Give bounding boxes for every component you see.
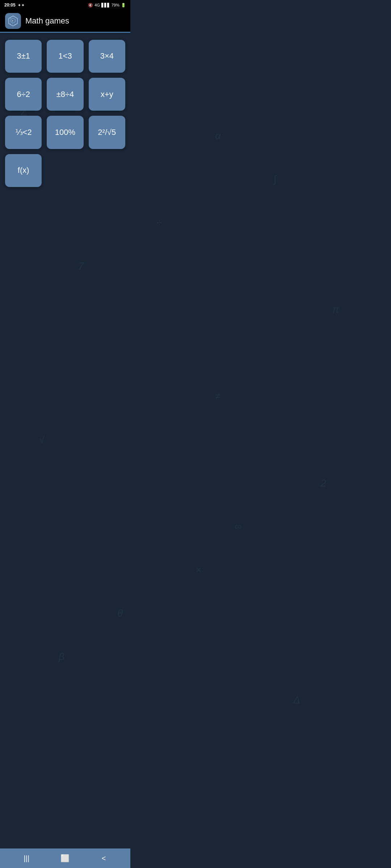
- game-card-multiplication[interactable]: 3×4: [89, 40, 125, 73]
- game-card-label-addition-subtraction: 3±1: [17, 51, 30, 61]
- game-card-label-mixed-division: ±8÷4: [56, 90, 74, 99]
- game-card-fraction-comparison[interactable]: ⅓<2: [5, 116, 42, 149]
- game-card-label-multiplication: 3×4: [100, 51, 114, 61]
- battery-level: 79%: [112, 3, 119, 7]
- svg-text:5: 5: [12, 23, 13, 25]
- status-time: 20:05 ✦ ✦: [4, 3, 24, 8]
- mute-icon: 🔇: [88, 3, 93, 8]
- main-content: 3±11<33×46÷2±8÷4x+y⅓<2100%2²/√5 f(x): [0, 33, 130, 194]
- game-card-label-comparison: 1<3: [58, 51, 72, 61]
- svg-text:7: 7: [12, 20, 13, 22]
- nav-spacer: [0, 194, 130, 220]
- game-card-addition-subtraction[interactable]: 3±1: [5, 40, 42, 73]
- game-card-percentage[interactable]: 100%: [47, 116, 83, 149]
- app-header: 7 2 5 4 3 Math games: [0, 10, 130, 33]
- game-card-label-division: 6÷2: [17, 90, 30, 99]
- bg-symbol: 7: [78, 260, 84, 272]
- status-indicators: 🔇 4G ▋▋▋ 79% 🔋: [88, 3, 126, 8]
- game-card-label-percentage: 100%: [55, 128, 75, 137]
- game-card-comparison[interactable]: 1<3: [47, 40, 83, 73]
- app-logo: 7 2 5 4 3: [5, 13, 21, 29]
- time-display: 20:05: [4, 3, 16, 8]
- game-grid: 3±11<33×46÷2±8÷4x+y⅓<2100%2²/√5: [5, 40, 125, 149]
- signal-icons: ✦ ✦: [18, 3, 25, 7]
- game-grid-last-row: f(x): [5, 154, 125, 187]
- game-card-functions[interactable]: f(x): [5, 154, 42, 187]
- app-title: Math games: [25, 16, 69, 26]
- game-card-division[interactable]: 6÷2: [5, 78, 42, 111]
- game-card-label-fraction-comparison: ⅓<2: [15, 128, 32, 137]
- app-logo-icon: 7 2 5 4 3: [7, 15, 19, 27]
- game-card-algebra[interactable]: x+y: [89, 78, 125, 111]
- game-card-label-functions: f(x): [18, 166, 29, 175]
- game-card-label-algebra: x+y: [101, 90, 113, 99]
- battery-icon: 🔋: [121, 3, 126, 8]
- network-bars: ▋▋▋: [101, 3, 110, 8]
- status-bar: 20:05 ✦ ✦ 🔇 4G ▋▋▋ 79% 🔋: [0, 0, 130, 10]
- game-card-mixed-division[interactable]: ±8÷4: [47, 78, 83, 111]
- svg-text:3: 3: [10, 17, 11, 19]
- game-card-powers-roots[interactable]: 2²/√5: [89, 116, 125, 149]
- game-card-label-powers-roots: 2²/√5: [98, 128, 116, 137]
- signal-strength: 4G: [94, 3, 100, 7]
